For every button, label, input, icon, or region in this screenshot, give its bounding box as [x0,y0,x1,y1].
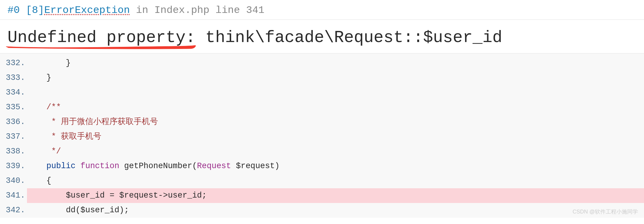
line-number-ref: 341 [246,5,264,16]
exception-class-link[interactable]: ErrorException [44,5,130,16]
code-line: 342. dd($user_id); [0,203,644,218]
code-content: /** [27,100,644,115]
code-line: 339. public function getPhoneNumber(Requ… [0,159,644,174]
code-line: 337. * 获取手机号 [0,129,644,144]
in-keyword: in [136,5,148,16]
code-content [27,85,644,100]
code-content: */ [27,144,644,159]
source-code-block: 332. }333. }334.335. /**336. * 用于微信小程序获取… [0,53,644,218]
line-number: 340. [0,174,27,188]
line-number: 338. [0,144,27,159]
line-number: 332. [0,56,27,71]
watermark-text: CSDN @软件工程小施同学 [573,208,638,215]
code-content: { [27,174,644,188]
code-line: 338. */ [0,144,644,159]
code-line: 341. $user_id = $request->user_id; [0,188,644,203]
code-content: * 用于微信小程序获取手机号 [27,115,644,129]
code-line: 336. * 用于微信小程序获取手机号 [0,115,644,129]
line-number: 337. [0,129,27,144]
line-number: 342. [0,203,27,218]
code-content: } [27,56,644,71]
frame-number: #0 [7,5,20,16]
code-line: 334. [0,85,644,100]
line-number: 335. [0,100,27,115]
code-line: 335. /** [0,100,644,115]
code-content: $user_id = $request->user_id; [27,188,644,203]
code-content: dd($user_id); [27,203,644,218]
code-line: 340. { [0,174,644,188]
code-content: * 获取手机号 [27,129,644,144]
code-content: } [27,71,644,85]
code-line: 333. } [0,71,644,85]
file-name: Index.php [154,5,210,16]
code-line: 332. } [0,56,644,71]
code-content: public function getPhoneNumber(Request $… [27,159,644,174]
error-message: Undefined property: think\facade\Request… [0,20,644,53]
line-number: 334. [0,85,27,100]
line-number: 341. [0,188,27,203]
error-code-bracket: [8] [26,5,44,16]
line-number: 336. [0,115,27,129]
error-header: #0 [8]ErrorException in Index.php line 3… [0,0,644,20]
line-number: 333. [0,71,27,85]
line-keyword: line [216,5,240,16]
line-number: 339. [0,159,27,174]
annotation-underline [5,44,197,50]
